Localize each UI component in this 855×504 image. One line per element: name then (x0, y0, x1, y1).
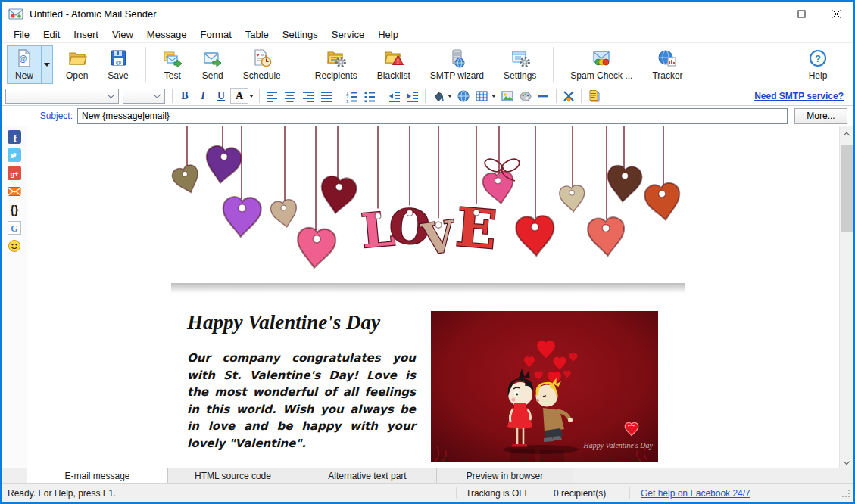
google-icon[interactable]: G (8, 221, 21, 235)
email-text-column: Happy Valentine's Day Our company congra… (187, 311, 416, 468)
menu-file[interactable]: File (7, 27, 36, 42)
send-button[interactable]: Send (192, 46, 233, 83)
image-caption: Happy Valentine's Day (582, 441, 653, 450)
increase-indent-button[interactable] (404, 88, 422, 104)
bullet-list-button[interactable] (360, 88, 379, 104)
menu-view[interactable]: View (105, 27, 140, 42)
menu-service[interactable]: Service (325, 27, 371, 42)
fill-color-button[interactable] (429, 88, 447, 104)
new-button[interactable]: @ New (8, 46, 41, 83)
theme-palette-button[interactable] (516, 88, 535, 104)
font-color-button[interactable]: A (230, 88, 248, 104)
bold-button[interactable]: B (176, 88, 194, 104)
menu-help[interactable]: Help (371, 27, 405, 42)
open-button[interactable]: Open (56, 46, 98, 83)
decrease-indent-button[interactable] (385, 88, 404, 104)
svg-text:E: E (454, 195, 499, 261)
align-right-button[interactable] (299, 88, 317, 104)
open-label: Open (66, 70, 88, 81)
emoticon-icon[interactable] (8, 239, 21, 253)
email-editor[interactable]: LOVE Happy Valentine's Day Our company c… (27, 126, 839, 468)
new-label: New (15, 70, 33, 81)
tab-html-source[interactable]: HTML source code (168, 468, 298, 483)
maximize-button[interactable] (784, 2, 819, 26)
fill-color-dropdown-icon[interactable] (448, 95, 452, 98)
resize-grip[interactable] (841, 489, 850, 498)
test-button[interactable]: Test (153, 46, 192, 83)
subject-input[interactable] (77, 108, 788, 124)
font-size-select[interactable] (123, 89, 165, 104)
spam-filter-button[interactable] (560, 88, 578, 104)
menu-bar: File Edit Insert View Message Format Tab… (2, 26, 853, 42)
font-family-select[interactable] (5, 89, 119, 104)
chevron-down-icon (108, 91, 115, 98)
tracker-button[interactable]: Tracker (642, 46, 692, 83)
email-heading[interactable]: Happy Valentine's Day (187, 311, 416, 334)
format-separator (259, 89, 260, 103)
format-toolbar: B I U A 123 (2, 86, 853, 106)
document-source-button[interactable] (585, 88, 603, 104)
insert-link-button[interactable] (454, 88, 473, 104)
more-button[interactable]: More... (794, 108, 847, 124)
toolbar-separator (553, 47, 554, 82)
bullet-list-icon (363, 89, 376, 103)
email-body-section: Happy Valentine's Day Our company congra… (171, 311, 685, 468)
new-dropdown-arrow[interactable] (41, 46, 52, 83)
menu-insert[interactable]: Insert (67, 27, 105, 42)
tab-email-message[interactable]: E-mail message (27, 468, 168, 483)
align-left-button[interactable] (263, 88, 281, 104)
close-button[interactable] (819, 2, 853, 26)
twitter-icon[interactable] (8, 148, 21, 162)
variables-icon[interactable]: {} (8, 203, 21, 216)
menu-format[interactable]: Format (194, 27, 239, 42)
need-smtp-service-link[interactable]: Need SMTP service? (754, 91, 844, 101)
menu-message[interactable]: Message (140, 27, 194, 42)
save-floppy-icon: @ (108, 48, 128, 68)
table-dropdown-icon[interactable] (491, 95, 496, 98)
menu-settings[interactable]: Settings (276, 27, 325, 42)
insert-table-button[interactable] (473, 88, 491, 104)
format-separator (382, 89, 382, 103)
save-button[interactable]: @ Save (98, 46, 138, 83)
menu-edit[interactable]: Edit (36, 27, 67, 42)
align-justify-button[interactable] (317, 88, 335, 104)
smtp-wizard-button[interactable]: SMTP wizard (420, 46, 494, 83)
settings-button[interactable]: Settings (494, 46, 546, 83)
italic-button[interactable]: I (194, 88, 212, 104)
palette-icon (519, 89, 532, 103)
scroll-down-button[interactable] (840, 455, 853, 468)
indent-icon (406, 89, 420, 103)
email-icon[interactable] (8, 185, 21, 198)
blacklist-button[interactable]: ! Blacklist (367, 46, 420, 83)
help-button[interactable]: ? Help (798, 46, 838, 83)
email-document[interactable]: LOVE Happy Valentine's Day Our company c… (171, 126, 685, 468)
horizontal-line-button[interactable] (535, 88, 553, 104)
font-color-dropdown-icon[interactable] (249, 95, 254, 98)
insert-image-button[interactable] (498, 88, 516, 104)
horizontal-line-icon (537, 89, 551, 103)
spam-check-icon (591, 48, 611, 68)
new-split-button[interactable]: @ New (7, 45, 53, 84)
underline-button[interactable]: U (212, 88, 230, 104)
subject-label[interactable]: Subject: (2, 110, 77, 121)
tracker-label: Tracker (652, 70, 682, 81)
spam-check-button[interactable]: Spam Check ... (560, 46, 642, 83)
minimize-button[interactable] (749, 2, 784, 26)
tab-alternative-text[interactable]: Alternative text part (298, 468, 437, 483)
recipients-button[interactable]: Recipients (305, 46, 367, 83)
vertical-scrollbar[interactable] (839, 126, 853, 468)
spam-check-label: Spam Check ... (570, 70, 632, 81)
facebook-help-link[interactable]: Get help on Facebook 24/7 (641, 488, 750, 499)
facebook-icon[interactable]: f (8, 130, 21, 144)
email-body-text[interactable]: Our company congratulates you with St. V… (187, 350, 416, 452)
googleplus-icon[interactable]: g+ (8, 166, 21, 180)
numbered-list-button[interactable]: 123 (342, 88, 360, 104)
schedule-button[interactable]: Schedule (233, 46, 291, 83)
outdent-icon (388, 89, 401, 103)
tab-preview-browser[interactable]: Preview in browser (437, 468, 573, 483)
scrollbar-thumb[interactable] (841, 145, 853, 232)
scroll-up-button[interactable] (840, 126, 853, 139)
menu-table[interactable]: Table (239, 27, 276, 42)
align-center-button[interactable] (281, 88, 299, 104)
svg-text:@: @ (116, 58, 122, 65)
